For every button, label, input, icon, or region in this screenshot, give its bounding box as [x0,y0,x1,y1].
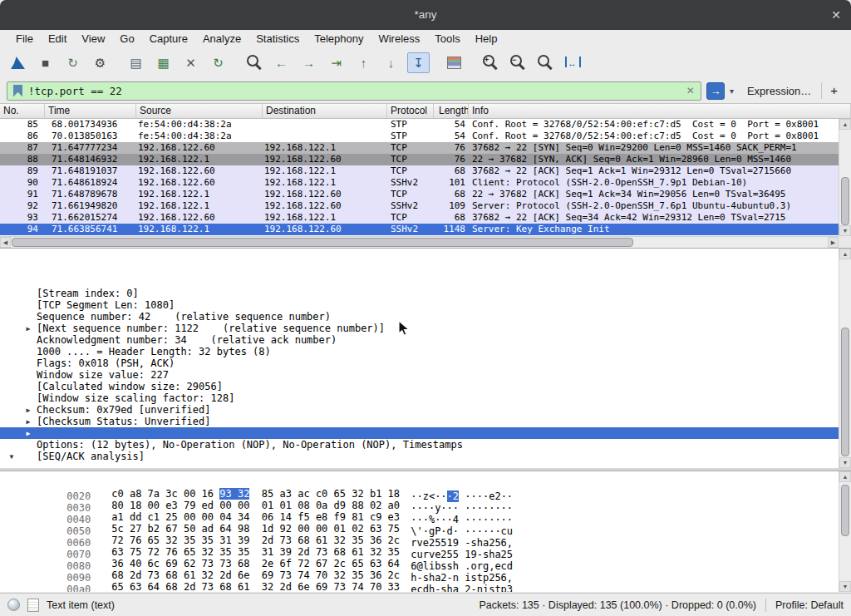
hex-row[interactable]: 0020c0 a8 7a 3c 00 16 93 32 85 a3 ac c0 … [0,476,851,488]
packet-list-hscroll[interactable]: ◀ ▶ [0,236,839,248]
zoom-in-icon[interactable]: + [479,52,501,73]
filter-bookmark-icon[interactable] [13,85,22,97]
scroll-up-icon[interactable]: ▲ [839,471,851,482]
scroll-right-icon[interactable]: ▶ [828,237,839,248]
detail-line[interactable]: [Next sequence number: 1122 (relative se… [0,288,851,299]
detail-line[interactable]: ▶ Options: (12 bytes), No-Operation (NOP… [0,404,851,416]
scroll-left-icon[interactable]: ◀ [0,237,11,248]
go-to-packet-icon[interactable]: ⇥ [325,52,347,73]
find-packet-icon[interactable] [243,52,265,73]
window-close-icon[interactable]: ✕ [831,0,841,30]
zoom-out-icon[interactable]: − [506,52,529,73]
detail-line[interactable]: Sequence number: 42 (relative sequence n… [0,276,851,288]
expander-icon[interactable]: ▶ [23,405,33,416]
detail-line[interactable]: Acknowledgment number: 34 (relative ack … [0,299,851,311]
start-capture-icon[interactable] [7,52,29,73]
packet-list-vscroll[interactable]: ▲ ▼ [839,119,851,236]
close-file-icon[interactable]: ✕ [180,52,202,73]
detail-line[interactable]: Urgent pointer: 0 [0,392,851,404]
restart-capture-icon[interactable]: ↻ [61,52,84,73]
menu-item[interactable]: Go [112,32,141,45]
detail-line[interactable]: [TCP Segment Len: 1080] [0,264,851,276]
expander-icon[interactable]: ▶ [23,428,33,440]
detail-line[interactable]: 1000 .... = Header Length: 32 bytes (8) [0,311,851,323]
packet-row[interactable]: 88 71.648146932 192.168.122.1 192.168.12… [0,154,851,165]
expert-info-icon[interactable] [7,599,20,611]
detail-line[interactable]: [Checksum Status: Unverified] [0,381,851,392]
filter-apply-button[interactable]: → [706,82,725,100]
packet-row[interactable]: 94 71.663856741 192.168.122.1 192.168.12… [0,224,851,235]
detail-line[interactable]: ▶ Flags: 0x018 (PSH, ACK) [0,323,851,334]
title-bar[interactable]: *any ✕ [0,0,851,30]
colorize-icon[interactable] [443,52,465,73]
save-file-icon[interactable]: ▦ [152,52,175,73]
menu-item[interactable]: Help [468,32,505,45]
capture-comment-icon[interactable] [27,599,39,612]
column-header[interactable]: No. [0,104,45,118]
resize-columns-icon[interactable]: ↔ [561,52,583,73]
detail-line[interactable]: TCP payload (1080 bytes) [0,439,851,451]
menu-item[interactable]: File [8,32,41,45]
packet-row[interactable]: 87 71.647777234 192.168.122.60 192.168.1… [0,142,851,154]
detail-line[interactable]: ▶ [SEQ/ACK analysis] [0,416,851,427]
menu-item[interactable]: Analyze [195,32,248,45]
reload-icon[interactable]: ↻ [207,52,229,73]
column-header[interactable]: Time [45,104,136,118]
open-file-icon[interactable]: ▤ [125,52,147,73]
menu-item[interactable]: Wireless [371,32,427,45]
hex-vscroll-thumb[interactable] [841,485,849,536]
scroll-down-icon[interactable]: ▼ [839,457,851,468]
menu-item[interactable]: Statistics [248,32,307,45]
scroll-up-icon[interactable]: ▲ [839,119,851,130]
go-last-icon[interactable]: ↓ [380,52,402,73]
detail-line[interactable]: Window size value: 227 [0,334,851,346]
filter-dropdown-icon[interactable]: ▾ [730,86,734,96]
auto-scroll-icon[interactable]: ↧ [407,52,430,73]
details-vscroll[interactable]: ▲ ▼ [839,249,851,468]
detail-line[interactable]: ▼ SSH Protocol [0,451,851,462]
go-back-icon[interactable]: ← [270,52,293,73]
profile-button[interactable]: Profile: Default [775,599,844,611]
go-first-icon[interactable]: ↑ [352,52,375,73]
go-forward-icon[interactable]: → [298,52,320,73]
column-header[interactable]: Length [434,104,469,118]
details-vscroll-thumb[interactable] [841,328,849,456]
detail-line[interactable]: ▶ [Timestamps] [0,427,851,439]
menu-item[interactable]: Edit [41,32,74,45]
expression-button[interactable]: Expression… [747,85,811,97]
packet-row[interactable]: 86 70.013850163 fe:54:00:d4:38:2a STP 54… [0,131,851,142]
scroll-down-icon[interactable]: ▼ [839,225,851,236]
detail-line[interactable]: Checksum: 0x79ed [unverified] [0,369,851,381]
menu-item[interactable]: Capture [142,32,195,45]
column-header[interactable]: Source [136,104,263,118]
packet-row[interactable]: 91 71.648789678 192.168.122.1 192.168.12… [0,189,851,200]
detail-line[interactable]: [Calculated window size: 29056] [0,346,851,357]
display-filter-input[interactable]: !tcp.port == 22 ✕ [7,81,701,101]
stop-capture-icon[interactable]: ■ [34,52,57,73]
column-header[interactable]: Info [469,104,851,118]
menu-item[interactable]: Tools [427,32,467,45]
expander-icon[interactable]: ▼ [7,451,17,463]
filter-add-button[interactable]: + [821,82,844,99]
zoom-100-icon[interactable] [534,52,556,73]
packet-list-vscroll-thumb[interactable] [841,177,849,225]
detail-line[interactable]: [Stream index: 0] [0,253,851,264]
capture-options-icon[interactable]: ⚙ [89,52,111,73]
expander-icon[interactable]: ▶ [23,323,33,335]
packet-row[interactable]: 89 71.648191037 192.168.122.60 192.168.1… [0,165,851,177]
scroll-down-icon[interactable]: ▼ [839,581,851,592]
packet-row[interactable]: 92 71.661949820 192.168.122.1 192.168.12… [0,200,851,212]
menu-item[interactable]: View [74,32,112,45]
hex-vscroll[interactable]: ▲ ▼ [839,471,851,592]
scroll-up-icon[interactable]: ▲ [839,249,851,259]
packet-row[interactable]: 85 68.001734936 fe:54:00:d4:38:2a STP 54… [0,119,851,131]
column-header[interactable]: Destination [263,104,387,118]
menu-item[interactable]: Telephony [307,32,371,45]
packet-list-hscroll-thumb[interactable] [12,238,633,247]
detail-line[interactable]: [Window size scaling factor: 128] [0,357,851,369]
detail-line[interactable]: SSH Version 2 (encryption:chacha20-poly1… [0,462,851,468]
filter-clear-icon[interactable]: ✕ [686,85,695,96]
expander-icon[interactable]: ▶ [23,416,33,428]
packet-row[interactable]: 90 71.648618924 192.168.122.60 192.168.1… [0,177,851,189]
packet-row[interactable]: 93 71.662015274 192.168.122.60 192.168.1… [0,212,851,224]
